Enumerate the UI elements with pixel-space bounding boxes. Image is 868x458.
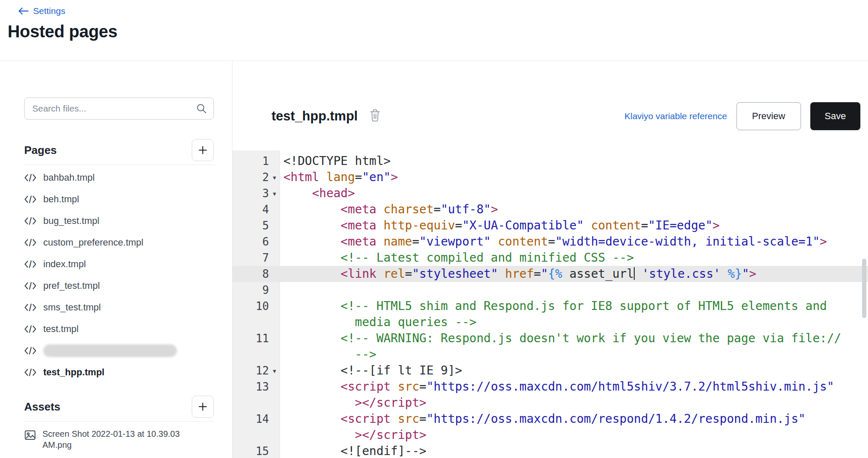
fold-arrow-icon[interactable]: ▾ (269, 363, 280, 379)
file-item[interactable]: test_hpp.tmpl (24, 361, 214, 383)
asset-item[interactable]: Screen Shot 2022-01-13 at 10.39.03 AM.pn… (24, 428, 214, 450)
variable-reference-link[interactable]: Klaviyo variable reference (624, 111, 727, 121)
code-file-icon (24, 195, 36, 204)
editor-line[interactable]: 1<!DOCTYPE html> (232, 153, 868, 169)
editor-line[interactable]: 7 <!-- Latest compiled and minified CSS … (232, 250, 868, 266)
file-name: sms_test.tmpl (43, 302, 101, 313)
editor-line[interactable]: 8 <link rel="stylesheet" href="{% asset_… (232, 266, 868, 282)
file-name: pref_test.tmpl (43, 280, 100, 291)
code-file-icon (24, 260, 36, 269)
file-item[interactable]: custom_preference.tmpl (24, 232, 214, 253)
code-file-icon (24, 216, 36, 226)
add-page-button[interactable] (192, 139, 214, 161)
file-item[interactable]: index.tmpl (24, 253, 214, 275)
line-number: 10 (232, 298, 280, 330)
search-files-input[interactable] (24, 98, 214, 120)
assets-list: Screen Shot 2022-01-13 at 10.39.03 AM.pn… (24, 428, 214, 450)
code-file-icon (24, 303, 36, 312)
file-item[interactable]: bahbah.tmpl (24, 167, 214, 188)
assets-section-header: Assets (24, 396, 214, 422)
code-file-icon (24, 368, 36, 377)
code-lines: 1<!DOCTYPE html>2▾<html lang="en">3▾ <he… (232, 151, 868, 458)
code-file-icon (24, 281, 36, 290)
asset-name: Screen Shot 2022-01-13 at 10.39.03 AM.pn… (42, 428, 191, 450)
editor-line[interactable]: 6 <meta name="viewport" content="width=d… (232, 234, 868, 250)
line-number: 11 (232, 330, 280, 363)
code-file-icon (24, 238, 36, 247)
file-name: index.tmpl (43, 259, 86, 270)
back-arrow-icon (18, 7, 29, 15)
back-to-settings-link[interactable]: Settings (18, 6, 65, 16)
plus-icon (198, 402, 208, 412)
page-header: Settings Hosted pages (0, 0, 868, 61)
plus-icon (198, 145, 208, 155)
fold-arrow-icon[interactable]: ▾ (269, 185, 280, 201)
editor-panel: test_hpp.tmpl Klaviyo variable reference… (232, 61, 868, 458)
file-name: beh.tmpl (43, 194, 79, 205)
editor-line[interactable]: 12▾ <!--[if lt IE 9]> (232, 363, 868, 379)
fold-arrow-icon[interactable]: ▾ (269, 169, 280, 185)
editor-actions: Klaviyo variable reference Preview Save (624, 102, 860, 130)
line-number: 9 (232, 282, 280, 298)
editor-line[interactable]: 13 <script src="https://oss.maxcdn.com/h… (232, 379, 868, 411)
editor-line[interactable]: 14 <script src="https://oss.maxcdn.com/r… (232, 411, 868, 443)
line-number: 3▾ (232, 185, 280, 201)
line-number: 1 (232, 153, 280, 169)
line-number: 8 (232, 266, 280, 282)
image-file-icon (24, 429, 36, 441)
line-number: 7 (232, 250, 280, 266)
code-editor[interactable]: 1<!DOCTYPE html>2▾<html lang="en">3▾ <he… (232, 151, 868, 458)
editor-line[interactable]: 15 <![endif]--> (232, 443, 868, 458)
search-icon (196, 103, 207, 114)
code-file-icon (24, 324, 36, 334)
pages-heading: Pages (24, 144, 57, 157)
back-label: Settings (33, 6, 65, 16)
page-title: Hosted pages (8, 22, 868, 41)
file-name: custom_preference.tmpl (43, 237, 143, 248)
line-number: 14 (232, 411, 280, 443)
editor-line[interactable]: 5 <meta http-equiv="X-UA-Compatible" con… (232, 218, 868, 234)
redacted-filename (43, 344, 177, 357)
trash-icon (369, 109, 381, 122)
editor-line[interactable]: 2▾<html lang="en"> (232, 169, 868, 185)
file-sidebar: Pages bahbah.tmplbeh.tmplbug_test.tmplcu… (0, 61, 232, 458)
delete-file-button[interactable] (368, 108, 382, 124)
file-item[interactable]: beh.tmpl (24, 188, 214, 210)
line-number: 12▾ (232, 363, 280, 379)
file-item[interactable]: test.tmpl (24, 318, 214, 340)
editor-line[interactable]: 11 <!-- WARNING: Respond.js doesn't work… (232, 330, 868, 363)
search-files (24, 98, 214, 120)
pages-section-header: Pages (24, 139, 214, 165)
line-number: 6 (232, 234, 280, 250)
line-number: 15 (232, 443, 280, 458)
code-file-icon (24, 173, 36, 182)
assets-heading: Assets (24, 400, 60, 413)
preview-button[interactable]: Preview (736, 102, 801, 130)
line-number: 2▾ (232, 169, 280, 185)
hosted-pages-screen: Settings Hosted pages Pages bahbah.tmplb… (0, 0, 868, 458)
open-file-title: test_hpp.tmpl (272, 109, 358, 124)
editor-header: test_hpp.tmpl Klaviyo variable reference… (232, 61, 868, 151)
line-number: 5 (232, 218, 280, 234)
file-item[interactable]: sms_test.tmpl (24, 296, 214, 318)
editor-scrollbar-thumb[interactable] (862, 259, 866, 318)
file-name: test.tmpl (43, 324, 78, 335)
file-item[interactable]: pref_test.tmpl (24, 275, 214, 296)
file-item[interactable]: bug_test.tmpl (24, 210, 214, 232)
line-number: 4 (232, 201, 280, 218)
file-name: bug_test.tmpl (43, 215, 99, 226)
line-number: 13 (232, 379, 280, 411)
file-item-redacted[interactable] (24, 340, 214, 361)
editor-line[interactable]: 9 (232, 282, 868, 298)
editor-line[interactable]: 4 <meta charset="utf-8"> (232, 201, 868, 218)
add-asset-button[interactable] (192, 396, 214, 418)
editor-line[interactable]: 3▾ <head> (232, 185, 868, 201)
file-name: bahbah.tmpl (43, 172, 95, 183)
editor-line[interactable]: 10 <!-- HTML5 shim and Respond.js for IE… (232, 298, 868, 330)
pages-file-list: bahbah.tmplbeh.tmplbug_test.tmplcustom_p… (24, 167, 214, 383)
save-button[interactable]: Save (810, 102, 860, 130)
code-file-icon (24, 346, 36, 355)
file-name: test_hpp.tmpl (43, 367, 104, 378)
